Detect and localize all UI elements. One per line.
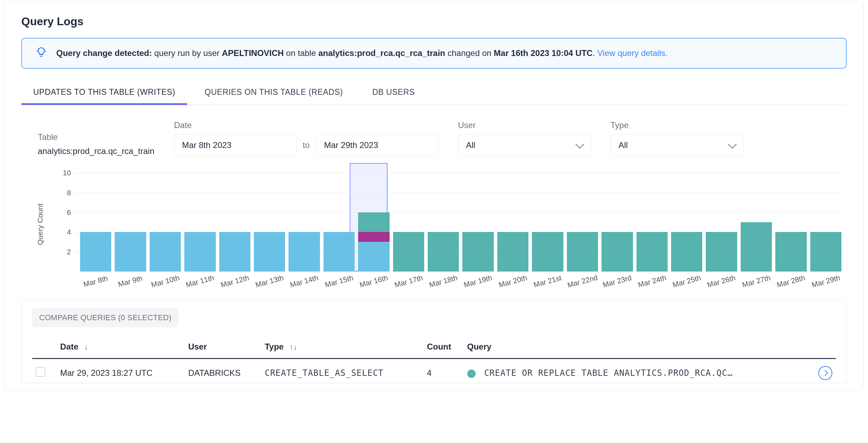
xtick: Mar 22nd — [565, 273, 599, 290]
bar-segment-teal — [462, 232, 493, 272]
filter-type-label: Type — [611, 120, 744, 130]
ytick: 2 — [57, 248, 71, 256]
bar — [289, 232, 320, 272]
bar — [184, 232, 215, 272]
bar-slot[interactable] — [809, 163, 842, 272]
date-to-input[interactable]: Mar 29th 2023 — [316, 134, 439, 156]
bar-slot[interactable] — [774, 163, 807, 272]
bar-slot[interactable] — [635, 163, 669, 272]
bar-segment-sky — [150, 232, 181, 272]
sort-desc-icon: ↓ — [84, 343, 88, 351]
banner-prefix: Query change detected: — [56, 48, 152, 58]
filter-table-label: Table — [38, 132, 155, 142]
bar-segment-teal — [741, 222, 772, 272]
cell-user: DATABRICKS — [185, 359, 261, 383]
bar — [602, 232, 633, 272]
bar-slot[interactable] — [427, 163, 460, 272]
xtick: Mar 11th — [183, 273, 217, 290]
bar-segment-teal — [393, 232, 424, 272]
status-dot-icon — [467, 370, 476, 378]
bar-slot[interactable] — [531, 163, 564, 272]
xtick: Mar 25th — [669, 273, 704, 290]
bar-segment-sky — [80, 232, 111, 272]
banner-text: Query change detected: query run by user… — [56, 48, 668, 58]
xtick: Mar 26th — [704, 273, 739, 290]
bar-segment-sky — [115, 232, 146, 272]
bar-slot[interactable] — [79, 163, 112, 272]
bar-slot[interactable] — [496, 163, 529, 272]
cell-count: 4 — [424, 359, 464, 383]
xtick: Mar 20th — [496, 273, 530, 290]
bar — [80, 232, 111, 272]
type-select[interactable]: All — [611, 134, 744, 156]
bar-slot[interactable] — [183, 163, 216, 272]
xtick: Mar 13th — [252, 273, 287, 290]
bar — [497, 232, 528, 272]
tab-db-users[interactable]: DB USERS — [370, 83, 417, 105]
cell-type: CREATE_TABLE_AS_SELECT — [261, 359, 424, 383]
bar — [671, 232, 702, 272]
bar-segment-teal — [497, 232, 528, 272]
view-query-details-link[interactable]: View query details. — [597, 48, 668, 58]
bar-slot[interactable] — [149, 163, 182, 272]
query-table-card: COMPARE QUERIES (0 SELECTED) Date ↓ User… — [21, 300, 847, 383]
ytick: 4 — [57, 228, 71, 236]
bar-segment-sky — [323, 232, 355, 272]
col-action — [815, 337, 836, 359]
table-row[interactable]: Mar 29, 2023 18:27 UTC DATABRICKS CREATE… — [32, 359, 836, 383]
banner-user: APELTINOVICH — [222, 48, 284, 58]
bar-slot[interactable] — [357, 163, 390, 272]
row-expand-button[interactable] — [818, 366, 832, 380]
bar — [219, 232, 250, 272]
col-user[interactable]: User — [185, 337, 261, 359]
xtick: Mar 16th — [357, 273, 391, 290]
bar-slot[interactable] — [114, 163, 147, 272]
chevron-down-icon — [575, 140, 584, 148]
xtick: Mar 18th — [426, 273, 461, 290]
bar — [254, 232, 285, 272]
bar-slot[interactable] — [392, 163, 425, 272]
bar — [775, 232, 806, 272]
col-count[interactable]: Count — [424, 337, 464, 359]
bar — [358, 212, 389, 272]
col-type[interactable]: Type ↑↓ — [261, 337, 424, 359]
bar-segment-sky — [219, 232, 250, 272]
xtick: Mar 14th — [287, 273, 321, 290]
filter-user-label: User — [458, 120, 591, 130]
date-from-input[interactable]: Mar 8th 2023 — [174, 134, 297, 156]
bar-slot[interactable] — [218, 163, 251, 272]
bar-segment-teal — [358, 212, 389, 232]
user-select[interactable]: All — [458, 134, 591, 156]
bar-slot[interactable] — [600, 163, 634, 272]
col-query[interactable]: Query — [464, 337, 815, 359]
bar-slot[interactable] — [670, 163, 703, 272]
bar-slot[interactable] — [461, 163, 495, 272]
change-detected-banner: Query change detected: query run by user… — [21, 38, 847, 69]
sort-both-icon: ↑↓ — [290, 343, 297, 351]
bar-slot[interactable] — [740, 163, 773, 272]
bar-slot[interactable] — [566, 163, 599, 272]
compare-queries-button[interactable]: COMPARE QUERIES (0 SELECTED) — [32, 308, 178, 327]
xtick: Mar 17th — [391, 273, 426, 290]
xtick: Mar 12th — [218, 273, 252, 290]
bar — [706, 232, 737, 272]
col-date[interactable]: Date ↓ — [57, 337, 185, 359]
bar-slot[interactable] — [705, 163, 738, 272]
bar — [393, 232, 424, 272]
bar — [115, 232, 146, 272]
filter-table-value: analytics:prod_rca.qc_rca_train — [38, 146, 155, 156]
tab-writes[interactable]: UPDATES TO THIS TABLE (WRITES) — [31, 83, 177, 105]
bar-slot[interactable] — [253, 163, 286, 272]
bar-slot[interactable] — [322, 163, 356, 272]
chart-ylabel: Query Count — [36, 203, 44, 245]
bar — [567, 232, 598, 272]
bar-slot[interactable] — [287, 163, 321, 272]
bar — [741, 222, 772, 272]
row-checkbox[interactable] — [36, 367, 45, 377]
page-title: Query Logs — [5, 2, 863, 38]
filters: Table analytics:prod_rca.qc_rca_train Da… — [38, 120, 847, 156]
banner-date: Mar 16th 2023 10:04 UTC — [494, 48, 593, 58]
tab-reads[interactable]: QUERIES ON THIS TABLE (READS) — [202, 83, 345, 105]
xtick: Mar 15th — [322, 273, 356, 290]
ytick: 8 — [57, 189, 71, 197]
